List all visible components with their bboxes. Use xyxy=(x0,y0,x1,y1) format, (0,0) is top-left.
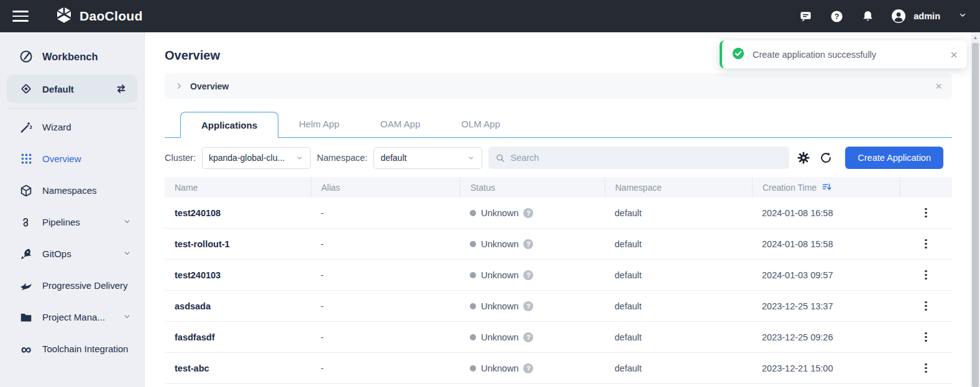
row-actions-menu-icon[interactable] xyxy=(920,268,932,283)
daocloud-logo-icon xyxy=(55,6,73,27)
row-actions-menu-icon[interactable] xyxy=(920,237,932,252)
app-status: Unknown ? xyxy=(460,363,605,373)
status-label: Unknown xyxy=(481,363,518,373)
refresh-icon[interactable] xyxy=(818,150,834,166)
tab-olm-app[interactable]: OLM App xyxy=(441,111,521,137)
create-application-button[interactable]: Create Application xyxy=(845,147,943,169)
status-help-icon[interactable]: ? xyxy=(523,208,533,218)
toast-close-icon[interactable]: × xyxy=(950,48,958,61)
cluster-select-value: kpanda-global-clu... xyxy=(209,153,285,163)
workspace-icon xyxy=(19,81,34,96)
table-row: asdsada - Unknown ? default 2023-12-25 1… xyxy=(165,291,952,322)
svg-text:?: ? xyxy=(834,12,839,20)
status-label: Unknown xyxy=(481,270,518,280)
row-actions-menu-icon[interactable] xyxy=(920,206,932,221)
column-header-name: Name xyxy=(165,177,311,198)
breadcrumb-chevron-icon xyxy=(175,81,184,91)
status-dot-icon xyxy=(470,303,476,309)
app-creation-time: 2023-12-25 09:26 xyxy=(752,332,900,342)
app-name-link[interactable]: test-abc xyxy=(165,363,311,373)
sidebar-item-label: Wizard xyxy=(42,122,71,132)
app-creation-time: 2024-01-08 15:58 xyxy=(752,239,900,249)
status-dot-icon xyxy=(470,334,476,340)
app-namespace: default xyxy=(605,301,752,311)
menu-toggle-icon[interactable] xyxy=(12,11,29,22)
tab-helm-app[interactable]: Helm App xyxy=(278,111,360,137)
brand-logo[interactable]: DaoCloud xyxy=(55,6,143,27)
sort-descending-icon[interactable] xyxy=(822,182,832,193)
user-menu-chevron-icon[interactable] xyxy=(958,10,968,22)
workbench-icon xyxy=(19,49,34,64)
tab-applications[interactable]: Applications xyxy=(180,112,278,138)
sidebar-item-gitops[interactable]: GitOps xyxy=(0,238,144,270)
row-actions-menu-icon[interactable] xyxy=(920,330,932,345)
sidebar-item-label: Default xyxy=(42,84,74,94)
creation-time-label: Creation Time xyxy=(762,183,817,193)
status-help-icon[interactable]: ? xyxy=(523,363,533,373)
app-creation-time: 2024-01-03 09:57 xyxy=(752,270,900,280)
status-help-icon[interactable]: ? xyxy=(523,301,533,311)
notifications-bell-icon[interactable] xyxy=(860,9,875,24)
sidebar-item-pipelines[interactable]: Pipelines xyxy=(0,206,144,238)
overview-grid-icon xyxy=(19,152,34,166)
app-alias: - xyxy=(311,208,460,218)
app-creation-time: 2023-12-25 13:37 xyxy=(752,301,900,311)
namespace-select[interactable]: default xyxy=(373,147,482,169)
sidebar-item-label: Toolchain Integration xyxy=(42,344,128,354)
app-namespace: default xyxy=(605,332,752,342)
breadcrumb-item[interactable]: Overview xyxy=(190,81,229,91)
search-box[interactable] xyxy=(488,147,789,169)
messages-icon[interactable] xyxy=(798,9,813,24)
tab-bar: Applications Helm App OAM App OLM App xyxy=(165,111,952,138)
scrollbar-up-arrow[interactable]: ▲ xyxy=(971,32,980,42)
table-row: test240103 - Unknown ? default 2024-01-0… xyxy=(165,260,952,291)
help-icon[interactable]: ? xyxy=(829,9,844,24)
app-name-link[interactable]: test240108 xyxy=(165,208,311,218)
row-actions-menu-icon[interactable] xyxy=(920,299,932,314)
sidebar-item-namespaces[interactable]: Namespaces xyxy=(0,175,144,206)
project-folder-icon xyxy=(19,310,34,325)
row-actions-menu-icon[interactable] xyxy=(920,361,932,376)
app-name-link[interactable]: fasdfasdf xyxy=(165,332,311,342)
applications-table: Name Alias Status Namespace Creation Tim… xyxy=(165,177,952,384)
sidebar-item-wizard[interactable]: Wizard xyxy=(0,111,144,143)
app-name-link[interactable]: asdsada xyxy=(165,301,311,311)
sidebar-divider xyxy=(7,108,137,109)
chevron-down-icon[interactable] xyxy=(122,312,132,323)
switch-workspace-icon[interactable] xyxy=(114,81,129,96)
cluster-select[interactable]: kpanda-global-clu... xyxy=(202,147,311,169)
settings-gear-icon[interactable] xyxy=(795,150,812,166)
sidebar-item-progressive-delivery[interactable]: Progressive Delivery xyxy=(0,270,144,301)
wizard-wand-icon xyxy=(19,120,34,135)
breadcrumb: Overview × xyxy=(165,73,952,99)
sidebar-item-label: GitOps xyxy=(42,248,71,259)
filter-toolbar: Cluster: kpanda-global-clu... Namespace:… xyxy=(165,147,952,169)
scrollbar-thumb[interactable] xyxy=(972,43,979,387)
sidebar-item-overview[interactable]: Overview xyxy=(0,143,144,175)
chevron-down-icon[interactable] xyxy=(122,217,132,228)
chevron-down-icon xyxy=(295,153,304,162)
app-creation-time: 2024-01-08 16:58 xyxy=(752,208,900,218)
sidebar-item-project-management[interactable]: Project Mana... xyxy=(0,301,144,333)
status-help-icon[interactable]: ? xyxy=(523,332,533,342)
column-header-alias: Alias xyxy=(311,177,460,198)
sidebar-item-default-workspace[interactable]: Default xyxy=(7,75,137,103)
status-help-icon[interactable]: ? xyxy=(523,270,533,280)
app-name-link[interactable]: test-rollout-1 xyxy=(165,239,311,249)
status-help-icon[interactable]: ? xyxy=(523,239,533,249)
sidebar-item-toolchain-integration[interactable]: ∞ Toolchain Integration xyxy=(0,333,144,365)
user-avatar[interactable] xyxy=(891,9,906,24)
tab-oam-app[interactable]: OAM App xyxy=(360,111,441,137)
column-header-creation-time[interactable]: Creation Time xyxy=(752,177,900,198)
chevron-down-icon[interactable] xyxy=(122,248,132,260)
search-input[interactable] xyxy=(510,153,782,163)
app-status: Unknown ? xyxy=(460,301,605,311)
app-name-link[interactable]: test240103 xyxy=(165,270,311,280)
pipelines-icon xyxy=(19,215,34,230)
chevron-down-icon xyxy=(467,153,475,162)
breadcrumb-close-icon[interactable]: × xyxy=(935,80,942,92)
status-dot-icon xyxy=(470,272,476,278)
page-scrollbar[interactable]: ▲ xyxy=(971,32,980,387)
sidebar-item-workbench[interactable]: Workbench xyxy=(0,43,144,70)
cluster-label: Cluster: xyxy=(165,153,196,163)
